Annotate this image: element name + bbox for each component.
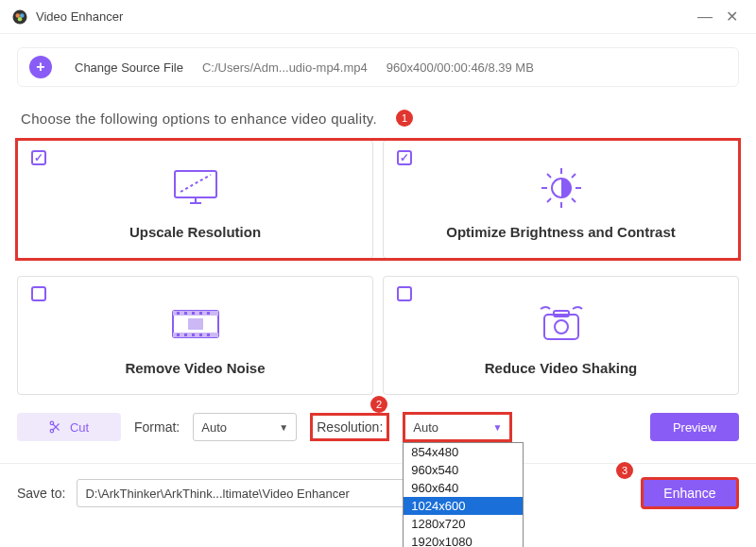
svg-line-15 [547, 198, 551, 202]
svg-rect-21 [177, 312, 180, 315]
title-bar: Video Enhancer — ✕ [0, 0, 756, 34]
option-brightness-contrast[interactable]: Optimize Brightness and Contrast [383, 140, 739, 259]
svg-rect-25 [207, 312, 210, 315]
format-label: Format: [134, 419, 180, 435]
checkbox-brightness[interactable] [397, 150, 412, 165]
toolbar: 2 Cut Format: Auto ▼ Resolution: Auto ▼ … [17, 412, 739, 442]
svg-point-35 [50, 429, 54, 433]
step-badge-3: 3 [616, 462, 633, 479]
resolution-select[interactable]: Auto ▼ [403, 412, 512, 442]
app-window: Video Enhancer — ✕ + Change Source File … [0, 0, 756, 547]
close-button[interactable]: ✕ [718, 4, 745, 30]
checkbox-shaking[interactable] [397, 286, 412, 301]
resolution-option[interactable]: 1280x720 [404, 515, 523, 533]
preview-label: Preview [673, 420, 716, 435]
minimize-button[interactable]: — [692, 4, 718, 30]
instruction-text: Choose the following options to enhance … [21, 111, 377, 127]
cut-label: Cut [70, 420, 89, 435]
svg-rect-27 [184, 333, 187, 336]
enhance-label: Enhance [663, 486, 715, 501]
window-title: Video Enhancer [36, 9, 123, 24]
resolution-option[interactable]: 1920x1080 [404, 533, 523, 547]
cut-button[interactable]: Cut [17, 413, 121, 441]
checkbox-upscale[interactable] [31, 150, 46, 165]
app-logo-icon [11, 9, 28, 26]
brightness-icon [538, 165, 585, 211]
save-path-value: D:\ArkThinker\ArkThink...ltimate\Video E… [85, 487, 349, 501]
source-path: C:/Users/Adm...udio-mp4.mp4 [202, 60, 368, 75]
annotation-highlight-2: Resolution: [310, 413, 389, 441]
svg-rect-28 [192, 333, 195, 336]
source-header: + Change Source File C:/Users/Adm...udio… [17, 47, 739, 87]
add-source-button[interactable]: + [29, 56, 52, 78]
resolution-option[interactable]: 960x640 [404, 479, 523, 497]
svg-point-2 [20, 13, 25, 18]
svg-rect-24 [199, 312, 202, 315]
svg-point-33 [555, 320, 568, 333]
checkbox-noise[interactable] [31, 286, 46, 301]
scissors-icon [49, 420, 62, 434]
svg-rect-30 [207, 333, 210, 336]
svg-line-13 [547, 174, 551, 178]
enhance-button[interactable]: Enhance [641, 477, 739, 509]
instruction-row: Choose the following options to enhance … [21, 110, 739, 127]
format-value: Auto [201, 420, 227, 435]
monitor-icon [169, 165, 222, 211]
format-select[interactable]: Auto ▼ [193, 413, 297, 441]
option-upscale-resolution[interactable]: Upscale Resolution [17, 140, 373, 259]
svg-rect-19 [173, 333, 218, 337]
svg-rect-26 [177, 333, 180, 336]
svg-rect-18 [173, 311, 218, 316]
option-label: Reduce Video Shaking [485, 360, 637, 376]
resolution-value: Auto [413, 420, 438, 435]
resolution-option[interactable]: 854x480 [404, 443, 523, 461]
resolution-label: Resolution: [317, 419, 383, 435]
change-source-link[interactable]: Change Source File [75, 60, 183, 75]
option-remove-noise[interactable]: Remove Video Noise [17, 276, 373, 395]
chevron-down-icon: ▼ [492, 422, 502, 433]
resolution-option[interactable]: 960x540 [404, 461, 523, 479]
preview-button[interactable]: Preview [650, 413, 739, 441]
step-badge-1: 1 [396, 110, 413, 127]
save-path-field[interactable]: D:\ArkThinker\ArkThink...ltimate\Video E… [77, 479, 436, 507]
film-icon [167, 301, 224, 347]
save-to-label: Save to: [17, 486, 65, 501]
svg-point-1 [16, 13, 21, 18]
save-row: 3 Save to: D:\ArkThinker\ArkThink...ltim… [0, 464, 756, 522]
svg-rect-29 [199, 333, 202, 336]
resolution-option[interactable]: 1024x600 [404, 497, 523, 515]
svg-line-16 [572, 174, 576, 178]
svg-point-3 [18, 17, 23, 22]
options-grid: Upscale Resolution Optimize Brightness a… [17, 140, 739, 395]
step-badge-2: 2 [370, 396, 387, 413]
svg-rect-31 [544, 315, 578, 339]
option-label: Upscale Resolution [129, 224, 261, 240]
svg-line-14 [572, 198, 576, 202]
svg-rect-23 [192, 312, 195, 315]
camera-shake-icon [533, 301, 590, 347]
chevron-down-icon: ▼ [279, 422, 288, 433]
svg-point-34 [50, 421, 54, 425]
resolution-dropdown: 854x480 960x540 960x640 1024x600 1280x72… [403, 442, 524, 547]
svg-rect-20 [188, 318, 203, 330]
svg-rect-22 [184, 312, 187, 315]
option-label: Optimize Brightness and Contrast [446, 224, 676, 240]
option-label: Remove Video Noise [125, 360, 265, 376]
option-reduce-shaking[interactable]: Reduce Video Shaking [383, 276, 739, 395]
svg-line-5 [180, 175, 211, 192]
source-meta: 960x400/00:00:46/8.39 MB [387, 60, 534, 75]
